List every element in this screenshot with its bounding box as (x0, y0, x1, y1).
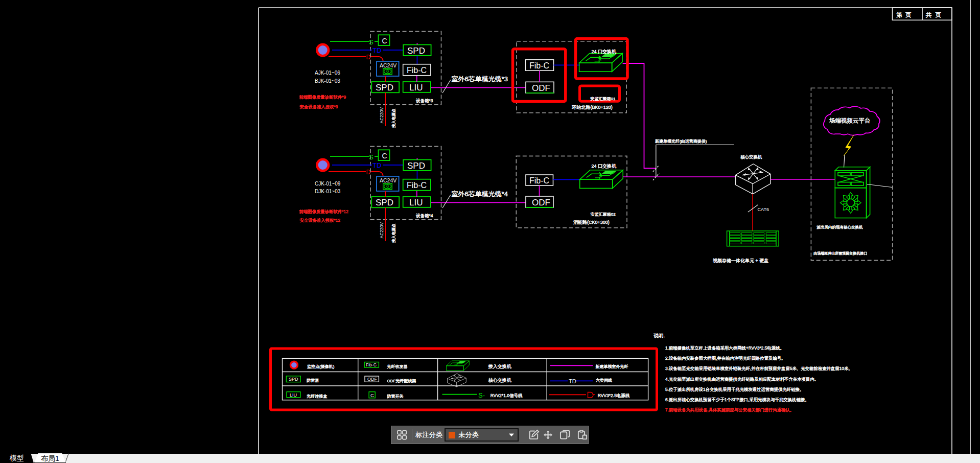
svg-text:4.光交箱至派出所交换机由运营商提供光纤链路及相应配套材料不: 4.光交箱至派出所交换机由运营商提供光纤链路及相应配套材料不含在本项目内。 (665, 377, 819, 382)
svg-text:安全设备准入授权*9: 安全设备准入授权*9 (299, 104, 338, 109)
svg-text:设备箱*3: 设备箱*3 (416, 98, 433, 103)
svg-text:新建单模室外光纤: 新建单模室外光纤 (596, 364, 628, 369)
svg-text:RVV3*2.5电源线: RVV3*2.5电源线 (598, 393, 630, 398)
svg-text:视频存储一体化单元 + 硬盘: 视频存储一体化单元 + 硬盘 (713, 258, 768, 263)
svg-text:室外6芯单模光缆*3: 室外6芯单模光缆*3 (452, 75, 508, 83)
svg-text:Fib-C: Fib-C (529, 176, 549, 185)
svg-text:Fib-C: Fib-C (407, 181, 427, 190)
svg-text:AC24V: AC24V (380, 62, 396, 68)
svg-text:接入电源点: 接入电源点 (391, 108, 396, 128)
svg-text:消能路(CK0+300): 消能路(CK0+300) (573, 220, 610, 225)
svg-text:ODF: ODF (367, 377, 378, 382)
svg-text:安监汇聚箱01: 安监汇聚箱01 (591, 97, 616, 101)
svg-text:AC220V: AC220V (379, 107, 384, 124)
svg-text:ODF光纤配线架: ODF光纤配线架 (387, 379, 416, 383)
svg-text:SPD: SPD (376, 83, 393, 92)
svg-text:页: 页 (905, 12, 912, 18)
svg-text:7.前端设备为共用设备,具体实施前应与公安相关部门进行沟通确: 7.前端设备为共用设备,具体实施前应与公安相关部门进行沟通确认。 (665, 407, 794, 412)
svg-text:1.前端摄像机至立杆上设备箱采用六类网线+RVV3*2.5电: 1.前端摄像机至立杆上设备箱采用六类网线+RVV3*2.5电源线。 (665, 345, 784, 351)
svg-text:由场端延伸出所需预留交换机接口: 由场端延伸出所需预留交换机接口 (813, 251, 867, 256)
svg-text:防雷器: 防雷器 (307, 378, 319, 383)
svg-text:场端视频云平台: 场端视频云平台 (829, 118, 871, 124)
svg-text:安全设备准入授权*12: 安全设备准入授权*12 (299, 218, 340, 223)
svg-text:LIU: LIU (290, 392, 297, 398)
svg-text:RVV2*1.0信号线: RVV2*1.0信号线 (491, 393, 523, 398)
svg-text:光纤连接盒: 光纤连接盒 (307, 394, 327, 399)
svg-text:新建单模光纤(由运营商提供): 新建单模光纤(由运营商提供) (655, 139, 707, 144)
svg-text:页: 页 (936, 12, 942, 18)
svg-text:前端图像质量诊断软件*12: 前端图像质量诊断软件*12 (299, 209, 349, 214)
svg-text:室外6芯单模光缆*4: 室外6芯单模光缆*4 (452, 190, 508, 198)
svg-text:第: 第 (896, 12, 902, 18)
svg-text:核心交换机: 核心交换机 (488, 378, 511, 383)
svg-text:CAT6: CAT6 (758, 207, 769, 212)
svg-text:SPD: SPD (289, 377, 298, 382)
svg-text:C: C (370, 392, 374, 398)
svg-text:派出所内的现有核心交换机: 派出所内的现有核心交换机 (816, 225, 863, 229)
svg-text:S: S (369, 38, 374, 46)
svg-text:S-: S- (478, 391, 485, 399)
svg-text:共: 共 (925, 12, 932, 18)
svg-text:防雷开关: 防雷开关 (387, 394, 404, 399)
svg-text:ODF: ODF (532, 198, 550, 207)
svg-text:C: C (382, 37, 387, 45)
svg-text:六类网线: 六类网线 (596, 378, 612, 383)
svg-text:D: D (366, 54, 371, 61)
svg-text:接入交换机: 接入交换机 (488, 364, 511, 369)
svg-text:光纤收发器: 光纤收发器 (387, 364, 408, 369)
svg-text:24 口交换机: 24 口交换机 (592, 164, 617, 169)
svg-text:6.派出所核心交换机预留不少于1个SFP接口,采用光模块与千: 6.派出所核心交换机预留不少于1个SFP接口,采用光模块与千兆交换机链接。 (665, 397, 809, 402)
svg-text:3.设备箱至光交箱采用铠装单模室外铠装光纤,并在杆前预留井盘: 3.设备箱至光交箱采用铠装单模室外铠装光纤,并在杆前预留井盘留5米、光交箱前检查… (665, 366, 853, 371)
svg-text:AJK-01~06: AJK-01~06 (315, 70, 340, 76)
svg-text:5.位于派出所机房设1台交换机采用千兆光模块通过运营商提供光: 5.位于派出所机房设1台交换机采用千兆光模块通过运营商提供光纤链接。 (665, 387, 804, 392)
svg-text:24 口交换机: 24 口交换机 (592, 49, 617, 54)
svg-text:AC220V: AC220V (379, 222, 384, 239)
svg-text:BJK-01~03: BJK-01~03 (315, 78, 340, 84)
svg-text:ODF: ODF (532, 83, 550, 93)
svg-text:前端图像质量诊断软件*9: 前端图像质量诊断软件*9 (299, 95, 346, 100)
svg-text:Fib-C: Fib-C (407, 66, 427, 75)
svg-text:LIU: LIU (409, 83, 423, 92)
svg-text:TD: TD (569, 378, 576, 384)
svg-text:TD: TD (372, 47, 381, 54)
svg-text:监控点(摄像机): 监控点(摄像机) (307, 364, 335, 369)
svg-text:Fib-C: Fib-C (366, 362, 377, 367)
svg-text:CJK-01~09: CJK-01~09 (315, 181, 341, 187)
svg-text:说明.: 说明. (654, 333, 665, 338)
svg-text:环站北路(BK0+120): 环站北路(BK0+120) (571, 105, 612, 110)
svg-text:核心交换机: 核心交换机 (740, 154, 762, 159)
svg-text:安监汇聚箱02: 安监汇聚箱02 (591, 212, 616, 217)
svg-text:DJK-01~03: DJK-01~03 (315, 189, 341, 194)
svg-text:Fib-C: Fib-C (529, 61, 549, 70)
svg-text:SPD: SPD (407, 46, 425, 56)
svg-text:2.设备箱内安装参照大样图,并在箱内注明光纤回路位置及编号。: 2.设备箱内安装参照大样图,并在箱内注明光纤回路位置及编号。 (665, 356, 785, 361)
svg-text:接入电源点: 接入电源点 (391, 223, 396, 243)
svg-text:设备箱*4: 设备箱*4 (416, 213, 433, 218)
